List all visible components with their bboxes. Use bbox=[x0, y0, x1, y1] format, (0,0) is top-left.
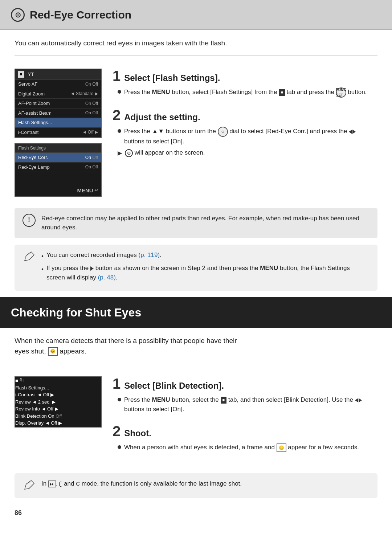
step-2-bullet-1: Press the ▲▼ buttons or turn the ○ dial … bbox=[118, 127, 377, 146]
menu-item-i-contrast: i-Contrast ◄ Off ▶ bbox=[15, 128, 101, 138]
step-1-shut-eyes-body: Press the MENU button, select the ■ tab,… bbox=[113, 395, 377, 414]
step-2-shut-eyes-number: 2 bbox=[113, 424, 121, 438]
red-eye-steps-row: ■ ŸT Servo AF On Off Digital Zoom ◄ Stan… bbox=[0, 63, 392, 201]
step-1-shut-eyes-title: Select [Blink Detection]. bbox=[124, 379, 224, 392]
right-arrow-note bbox=[90, 266, 94, 271]
step-1-title: Select [Flash Settings]. bbox=[124, 71, 220, 85]
shut-eyes-title: Checking for Shut Eyes bbox=[11, 306, 141, 319]
menu-item-flash-settings: Flash Settings... bbox=[15, 118, 101, 128]
tab-bar-1: ■ ŸT bbox=[15, 69, 101, 80]
step-2-shut-eyes-title: Shoot. bbox=[124, 427, 151, 440]
caution-note-box: ! Red-eye correction may be applied to o… bbox=[15, 208, 377, 238]
page-link-2[interactable]: (p. 48) bbox=[98, 274, 116, 281]
step-2-shut-eyes-body: When a person with shut eyes is detected… bbox=[113, 443, 377, 452]
menu-item-disp-overlay: Disp. Overlay ◄ Off ▶ bbox=[15, 420, 101, 427]
camera-tab-inline-icon: ■ bbox=[279, 89, 285, 96]
menu-item-blink-detection: Blink Detection On Off bbox=[15, 413, 101, 420]
page: ⊙ Red-Eye Correction You can automatical… bbox=[0, 0, 392, 529]
step-1-shut-eyes-number: 1 bbox=[113, 376, 121, 391]
step-2-red-eye: 2 Adjust the setting. Press the ▲▼ butto… bbox=[113, 108, 377, 158]
red-eye-symbol: ⊙ bbox=[125, 149, 133, 157]
tab-yt-3: ŸT bbox=[19, 378, 25, 383]
step-2-shut-eyes-header: 2 Shoot. bbox=[113, 424, 377, 440]
camera-screen-2: Flash Settings Red-Eye Corr. On Off Red-… bbox=[15, 143, 102, 197]
step-1-shut-eyes-header: 1 Select [Blink Detection]. bbox=[113, 376, 377, 392]
left-arrow-2 bbox=[355, 398, 358, 402]
menu-item-flash-settings-3: Flash Settings... bbox=[15, 384, 101, 392]
red-eye-intro: You can automatically correct red eyes i… bbox=[15, 38, 377, 56]
lr-arrows bbox=[349, 130, 356, 134]
step-1-number: 1 bbox=[113, 69, 121, 83]
svg-line-3 bbox=[26, 481, 31, 484]
drive-mode-icon: ⏭ bbox=[48, 481, 56, 487]
svg-line-4 bbox=[29, 483, 34, 488]
step-1-shut-eyes: 1 Select [Blink Detection]. Press the ME… bbox=[113, 376, 377, 414]
menu-item-servo-af: Servo AF On Off bbox=[15, 79, 101, 89]
bullet-circle-4 bbox=[118, 445, 121, 449]
page-link-1[interactable]: (p. 119) bbox=[139, 252, 160, 258]
red-eye-intro-block: You can automatically correct red eyes i… bbox=[0, 30, 392, 56]
step-1-red-eye: 1 Select [Flash Settings]. Press the MEN… bbox=[113, 69, 377, 98]
page-number: 86 bbox=[0, 504, 392, 529]
tab-yt: ŸT bbox=[28, 71, 34, 78]
pencil-icon-2 bbox=[23, 479, 36, 492]
step-1-body: Press the MENU button, select [Flash Set… bbox=[113, 87, 377, 98]
camera-screen-1: ■ ŸT Servo AF On Off Digital Zoom ◄ Stan… bbox=[15, 69, 102, 138]
pencil-svg-2 bbox=[23, 479, 36, 492]
shut-eyes-section-header: Checking for Shut Eyes bbox=[0, 297, 392, 328]
arrow-bullet: ▶ bbox=[118, 149, 122, 158]
dial-icon: ○ bbox=[218, 127, 228, 137]
menu-item-review-info: Review Info ◄ Off ▶ bbox=[15, 405, 101, 413]
shut-eyes-camera-column: ■ ŸT Flash Settings... i-Contrast ◄ Off … bbox=[15, 376, 102, 428]
shut-eyes-steps-block: 1 Select [Blink Detection]. Press the ME… bbox=[113, 376, 377, 462]
self-timer-icon-2: Ċ bbox=[76, 481, 80, 487]
red-eye-icon: ⊙ bbox=[11, 8, 25, 22]
red-eye-section-header: ⊙ Red-Eye Correction bbox=[0, 0, 392, 30]
right-arrow-2 bbox=[359, 398, 362, 402]
svg-line-0 bbox=[26, 252, 31, 255]
shut-eyes-intro: When the camera detects that there is a … bbox=[15, 336, 377, 363]
caution-icon: ! bbox=[23, 214, 36, 227]
right-arrow bbox=[352, 130, 356, 134]
camera-tab-icon: ■ bbox=[18, 71, 24, 78]
svg-line-1 bbox=[29, 255, 34, 260]
menu-item-af-assist-beam: AF-assist Beam On Off bbox=[15, 109, 101, 118]
pencil-note-content: • You can correct recorded images (p. 11… bbox=[41, 250, 369, 285]
menu-item-red-eye-corr: Red-Eye Corr. On Off bbox=[15, 153, 101, 163]
blink-icon-inline: 😔 bbox=[277, 443, 286, 452]
step-1-header: 1 Select [Flash Settings]. bbox=[113, 69, 377, 85]
step-2-number: 2 bbox=[113, 108, 121, 122]
bullet-circle-1 bbox=[118, 90, 121, 94]
flash-settings-label: Flash Settings bbox=[15, 144, 101, 153]
note-bullet-1: • bbox=[41, 252, 44, 261]
shut-eyes-steps-row: ■ ŸT Flash Settings... i-Contrast ◄ Off … bbox=[0, 371, 392, 466]
pencil-note-item-1: • You can correct recorded images (p. 11… bbox=[41, 250, 369, 261]
camera-tab-inline-icon-2: ■ bbox=[221, 397, 227, 404]
caution-text: Red-eye correction may be applied to oth… bbox=[41, 214, 369, 232]
shut-eyes-pencil-note: In ⏭, ʗ and Ċ mode, the function is only… bbox=[15, 473, 377, 498]
left-arrow bbox=[349, 130, 352, 134]
menu-item-i-contrast-3: i-Contrast ◄ Off ▶ bbox=[15, 391, 101, 398]
menu-item-af-point-zoom: AF-Point Zoom On Off bbox=[15, 99, 101, 109]
step-2-bullet-2: ▶ ⊙ will appear on the screen. bbox=[118, 148, 377, 158]
camera-screen-3: ■ ŸT Flash Settings... i-Contrast ◄ Off … bbox=[15, 376, 102, 428]
menu-item-red-eye-lamp: Red-Eye Lamp On Off bbox=[15, 163, 101, 172]
menu-item-digital-zoom: Digital Zoom ◄ Standard ▶ bbox=[15, 89, 101, 99]
pencil-note-item-2: • If you press the button as shown on th… bbox=[41, 263, 369, 282]
lr-arrows-2 bbox=[355, 398, 362, 402]
tab-bar-3: ■ ŸT bbox=[15, 377, 101, 384]
shut-eyes-pencil-text: In ⏭, ʗ and Ċ mode, the function is only… bbox=[41, 479, 242, 488]
steps-block: 1 Select [Flash Settings]. Press the MEN… bbox=[113, 69, 377, 168]
self-timer-icon: ʗ bbox=[59, 481, 62, 487]
shut-eyes-intro-block: When the camera detects that there is a … bbox=[0, 328, 392, 363]
step-2-header: 2 Adjust the setting. bbox=[113, 108, 377, 124]
step-1-shut-eyes-bullet: Press the MENU button, select the ■ tab,… bbox=[118, 395, 377, 414]
camera-screens-column: ■ ŸT Servo AF On Off Digital Zoom ◄ Stan… bbox=[15, 69, 102, 197]
step-2-shut-eyes: 2 Shoot. When a person with shut eyes is… bbox=[113, 424, 377, 452]
pencil-svg bbox=[23, 250, 36, 263]
bullet-circle-3 bbox=[118, 398, 121, 401]
note-bullet-2: • bbox=[41, 265, 44, 274]
red-eye-title: Red-Eye Correction bbox=[30, 7, 131, 23]
func-set-btn: FUNCSET bbox=[336, 87, 346, 98]
step-1-bullet: Press the MENU button, select [Flash Set… bbox=[118, 87, 377, 98]
